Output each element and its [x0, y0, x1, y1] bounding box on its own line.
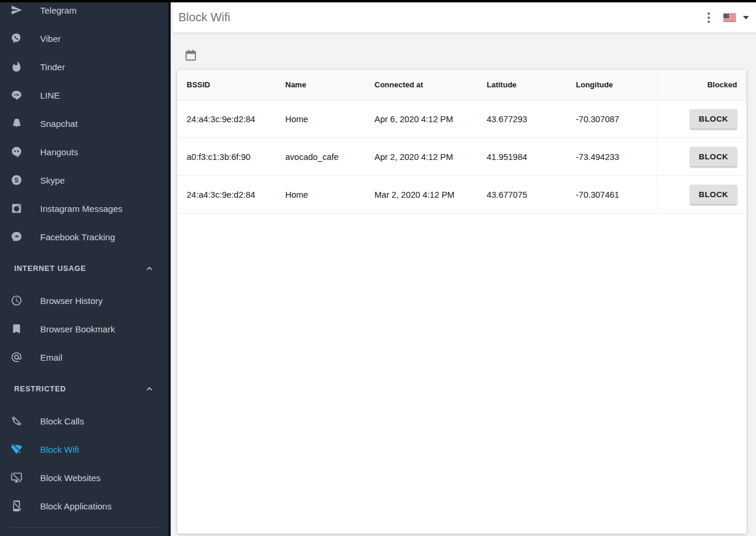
facebook-messenger-icon	[11, 231, 22, 243]
column-header-bssid: BSSID	[187, 70, 285, 100]
table-row: 24:a4:3c:9e:d2:84 Home Apr 6, 2020 4:12 …	[177, 100, 747, 138]
sidebar-item-telegram[interactable]: Telegram	[0, 0, 168, 24]
viber-icon	[11, 32, 22, 44]
instagram-icon	[11, 202, 22, 214]
sidebar-divider	[9, 527, 159, 528]
sidebar-item-snapchat[interactable]: Snapchat	[0, 109, 168, 138]
cell-name: avocado_cafe	[285, 138, 374, 175]
telegram-icon	[11, 4, 22, 16]
sidebar-item-tinder[interactable]: Tinder	[0, 53, 168, 81]
block-button[interactable]: BLOCK	[690, 185, 737, 204]
mobile-disabled-icon	[11, 500, 22, 512]
cell-connected-at: Mar 2, 2020 4:12 PM	[374, 176, 487, 213]
sidebar-item-block-wifi[interactable]: Block Wifi	[0, 435, 168, 463]
cell-connected-at: Apr 6, 2020 4:12 PM	[374, 100, 487, 138]
app-window: Telegram Viber Tinder LINE LINE Snapchat	[0, 0, 756, 536]
content-area: BSSID Name Connected at Latitude Longitu…	[173, 34, 756, 536]
sidebar-item-browser-history[interactable]: Browser History	[0, 286, 168, 315]
cell-name: Home	[285, 176, 374, 213]
sidebar-item-label: LINE	[40, 90, 60, 100]
cell-latitude: 43.677075	[487, 176, 576, 213]
skype-icon: S	[11, 174, 22, 186]
sidebar-section-label: INTERNET USAGE	[14, 264, 86, 273]
snapchat-icon	[11, 117, 22, 129]
sidebar-item-label: Telegram	[40, 5, 77, 15]
sidebar: Telegram Viber Tinder LINE LINE Snapchat	[0, 0, 171, 536]
us-flag-icon	[724, 14, 736, 22]
sidebar-item-label: Skype	[40, 175, 65, 185]
sidebar-item-label: Block Applications	[40, 501, 112, 511]
sidebar-item-label: Browser History	[40, 296, 103, 306]
cell-blocked: BLOCK	[657, 176, 737, 213]
sidebar-item-label: Browser Bookmark	[40, 324, 115, 334]
column-header-longitude: Longitude	[576, 70, 657, 100]
phone-disabled-icon	[11, 415, 22, 427]
cell-longitude: -70.307087	[576, 100, 657, 138]
header-actions	[703, 11, 749, 24]
sidebar-nav: Telegram Viber Tinder LINE LINE Snapchat	[0, 0, 168, 528]
at-sign-icon	[11, 351, 22, 363]
sidebar-item-label: Facebook Tracking	[40, 232, 115, 242]
sidebar-item-instagram-messages[interactable]: Instagram Messages	[0, 194, 168, 223]
sidebar-item-block-websites[interactable]: Block Websites	[0, 463, 168, 492]
sidebar-item-facebook-tracking[interactable]: Facebook Tracking	[0, 223, 168, 251]
calendar-icon[interactable]	[184, 48, 197, 62]
block-button[interactable]: BLOCK	[690, 109, 737, 129]
cell-latitude: 41.951984	[487, 138, 576, 175]
wifi-off-icon	[11, 443, 22, 455]
top-black-strip	[0, 0, 756, 2]
line-icon: LINE	[11, 89, 22, 101]
cell-longitude: -73.494233	[576, 138, 657, 175]
cell-bssid: 24:a4:3c:9e:d2:84	[187, 176, 285, 213]
tinder-icon	[11, 61, 22, 73]
sidebar-item-line[interactable]: LINE LINE	[0, 81, 168, 109]
sidebar-section-label: RESTRICTED	[14, 385, 66, 393]
svg-text:S: S	[15, 177, 19, 184]
sidebar-item-label: Email	[40, 352, 63, 362]
toolbar	[184, 48, 197, 62]
sidebar-item-label: Block Calls	[40, 416, 84, 426]
main-area: Block Wifi	[173, 2, 756, 536]
block-button[interactable]: BLOCK	[690, 147, 737, 166]
column-header-blocked: Blocked	[657, 70, 737, 100]
cell-bssid: a0:f3:c1:3b:6f:90	[187, 138, 285, 175]
sidebar-item-viber[interactable]: Viber	[0, 24, 168, 53]
sidebar-item-browser-bookmark[interactable]: Browser Bookmark	[0, 315, 168, 343]
cell-longitude: -70.307461	[576, 176, 657, 213]
cell-bssid: 24:a4:3c:9e:d2:84	[187, 100, 285, 138]
column-header-name: Name	[285, 70, 374, 100]
column-header-connected-at: Connected at	[374, 70, 487, 100]
page-title: Block Wifi	[178, 11, 230, 24]
caret-down-icon	[743, 16, 749, 19]
cell-connected-at: Apr 2, 2020 4:12 PM	[374, 138, 487, 175]
chevron-up-icon	[145, 384, 154, 394]
language-selector[interactable]	[724, 14, 749, 22]
sidebar-item-block-calls[interactable]: Block Calls	[0, 407, 168, 435]
table-row: 24:a4:3c:9e:d2:84 Home Mar 2, 2020 4:12 …	[177, 176, 747, 214]
svg-text:LINE: LINE	[14, 93, 19, 96]
sidebar-item-skype[interactable]: S Skype	[0, 166, 168, 194]
cell-latitude: 43.677293	[487, 100, 576, 138]
cell-name: Home	[285, 100, 374, 138]
sidebar-item-label: Instagram Messages	[40, 204, 122, 214]
clock-icon	[11, 295, 22, 306]
bookmark-icon	[11, 323, 22, 335]
cell-blocked: BLOCK	[657, 138, 737, 175]
sidebar-item-label: Block Websites	[40, 473, 100, 483]
main-header: Block Wifi	[173, 2, 756, 33]
sidebar-item-label: Tinder	[40, 62, 65, 72]
sidebar-section-internet-usage[interactable]: INTERNET USAGE	[0, 251, 168, 286]
cell-blocked: BLOCK	[657, 100, 737, 138]
sidebar-item-email[interactable]: Email	[0, 343, 168, 371]
hangouts-icon	[11, 146, 22, 158]
table-header-row: BSSID Name Connected at Latitude Longitu…	[177, 70, 747, 100]
column-header-latitude: Latitude	[487, 70, 576, 100]
sidebar-section-restricted[interactable]: RESTRICTED	[0, 371, 168, 407]
sidebar-item-hangouts[interactable]: Hangouts	[0, 138, 168, 166]
sidebar-item-block-applications[interactable]: Block Applications	[0, 492, 168, 520]
desktop-disabled-icon	[11, 472, 22, 483]
chevron-up-icon	[145, 264, 154, 273]
sidebar-item-label: Snapchat	[40, 119, 77, 129]
sidebar-item-label: Viber	[40, 34, 61, 44]
kebab-menu-icon[interactable]	[703, 11, 714, 24]
